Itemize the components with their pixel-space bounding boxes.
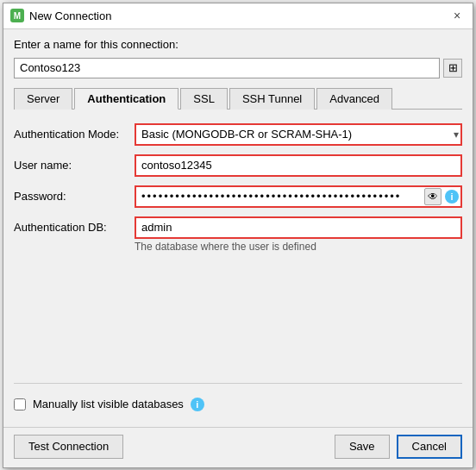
manually-list-checkbox[interactable] bbox=[14, 398, 26, 410]
title-bar-left: M New Connection bbox=[10, 9, 111, 22]
tab-advanced[interactable]: Advanced bbox=[316, 88, 392, 110]
close-button[interactable]: × bbox=[448, 7, 466, 24]
show-password-button[interactable]: 👁 bbox=[424, 188, 442, 205]
grid-icon-button[interactable]: ⊞ bbox=[443, 59, 462, 78]
connection-name-input[interactable] bbox=[14, 58, 440, 78]
tab-server[interactable]: Server bbox=[14, 88, 72, 110]
tab-content-authentication: Authentication Mode: Basic (MONGODB-CR o… bbox=[14, 115, 462, 418]
eye-icon: 👁 bbox=[428, 191, 438, 203]
password-info-button[interactable]: i bbox=[445, 190, 459, 204]
save-button[interactable]: Save bbox=[335, 435, 390, 459]
tab-authentication[interactable]: Authentication bbox=[74, 88, 178, 110]
password-label: Password: bbox=[14, 190, 135, 203]
password-row: Password: 👁 i bbox=[14, 185, 462, 208]
tab-ssh-tunnel[interactable]: SSH Tunnel bbox=[229, 88, 315, 110]
auth-db-label: Authentication DB: bbox=[14, 221, 135, 234]
footer: Test Connection Save Cancel bbox=[3, 427, 473, 467]
manually-list-row: Manually list visible databases i bbox=[14, 398, 462, 411]
password-icons: 👁 i bbox=[424, 188, 459, 205]
dialog-body: Enter a name for this connection: ⊞ Serv… bbox=[3, 29, 473, 427]
footer-right: Save Cancel bbox=[335, 435, 462, 459]
dialog-title: New Connection bbox=[29, 9, 111, 22]
manually-list-label: Manually list visible databases bbox=[33, 398, 184, 410]
auth-db-row: Authentication DB: bbox=[14, 216, 462, 239]
auth-db-section: Authentication DB: The database where th… bbox=[14, 216, 462, 253]
divider bbox=[14, 383, 462, 384]
title-bar: M New Connection × bbox=[3, 3, 473, 29]
new-connection-dialog: M New Connection × Enter a name for this… bbox=[3, 3, 473, 468]
auth-mode-row: Authentication Mode: Basic (MONGODB-CR o… bbox=[14, 123, 462, 146]
test-connection-button[interactable]: Test Connection bbox=[14, 435, 123, 459]
username-input[interactable] bbox=[135, 154, 462, 177]
info-icon: i bbox=[450, 191, 453, 202]
connection-name-label: Enter a name for this connection: bbox=[14, 38, 462, 51]
password-wrap: 👁 i bbox=[135, 185, 462, 208]
checkbox-info-button[interactable]: i bbox=[191, 398, 204, 411]
tab-ssl[interactable]: SSL bbox=[180, 88, 228, 110]
auth-mode-select[interactable]: Basic (MONGODB-CR or SCRAM-SHA-1)No Auth… bbox=[135, 123, 462, 146]
username-label: User name: bbox=[14, 159, 135, 172]
auth-db-hint: The database where the user is defined bbox=[135, 241, 462, 253]
connection-name-row: ⊞ bbox=[14, 58, 462, 78]
username-row: User name: bbox=[14, 154, 462, 177]
grid-icon: ⊞ bbox=[448, 61, 458, 74]
checkbox-info-icon: i bbox=[196, 399, 198, 410]
username-wrap bbox=[135, 154, 462, 177]
auth-mode-label: Authentication Mode: bbox=[14, 128, 135, 141]
auth-db-input[interactable] bbox=[135, 216, 462, 239]
password-input[interactable] bbox=[135, 185, 462, 208]
tabs-bar: Server Authentication SSL SSH Tunnel Adv… bbox=[14, 87, 462, 110]
app-icon: M bbox=[10, 9, 24, 22]
auth-mode-wrap: Basic (MONGODB-CR or SCRAM-SHA-1)No Auth… bbox=[135, 123, 462, 146]
auth-db-wrap bbox=[135, 216, 462, 239]
cancel-button[interactable]: Cancel bbox=[397, 435, 462, 459]
